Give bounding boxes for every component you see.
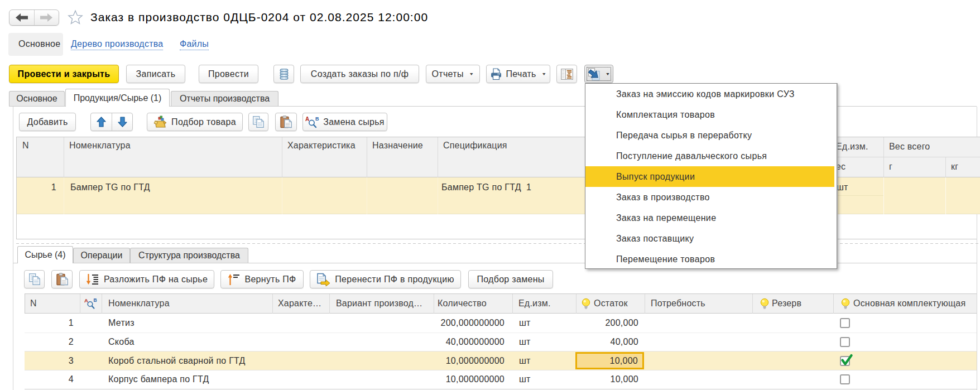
svg-text:B: B (315, 116, 319, 122)
svg-text:A: A (305, 116, 310, 122)
svg-text:B: B (94, 297, 97, 303)
svg-text:A: A (84, 297, 88, 304)
